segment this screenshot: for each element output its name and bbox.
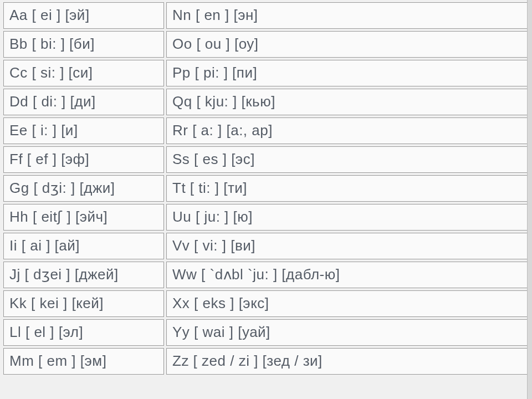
alphabet-cell: Yy [ wai ] [уай] bbox=[166, 319, 529, 346]
alphabet-cell: Uu [ ju: ] [ю] bbox=[166, 204, 529, 231]
alphabet-cell: Dd [ di: ] [ди] bbox=[3, 89, 164, 115]
alphabet-cell: Pp [ pi: ] [пи] bbox=[166, 60, 529, 86]
alphabet-cell: Ee [ i: ] [и] bbox=[3, 117, 164, 144]
alphabet-cell: Hh [ eitʃ ] [эйч] bbox=[3, 204, 164, 231]
alphabet-cell: Jj [ dʒei ] [джей] bbox=[3, 262, 164, 288]
alphabet-cell: Zz [ zed / zi ] [зед / зи] bbox=[166, 348, 529, 375]
alphabet-cell: Ww [ `dʌbl `ju: ] [дабл-ю] bbox=[166, 262, 529, 288]
alphabet-table: Aa [ ei ] [эй] Bb [ bi: ] [би] Cc [ si: … bbox=[0, 0, 532, 399]
alphabet-cell: Tt [ ti: ] [ти] bbox=[166, 175, 529, 202]
scrollbar-edge bbox=[527, 0, 532, 399]
alphabet-cell: Mm [ em ] [эм] bbox=[3, 348, 164, 375]
alphabet-cell: Qq [ kju: ] [кью] bbox=[166, 89, 529, 115]
alphabet-cell: Nn [ en ] [эн] bbox=[166, 2, 529, 29]
alphabet-cell: Ii [ ai ] [ай] bbox=[3, 233, 164, 259]
alphabet-cell: Bb [ bi: ] [би] bbox=[3, 31, 164, 58]
left-column: Aa [ ei ] [эй] Bb [ bi: ] [би] Cc [ si: … bbox=[3, 2, 164, 397]
alphabet-cell: Cc [ si: ] [си] bbox=[3, 60, 164, 86]
alphabet-table-wrapper: Aa [ ei ] [эй] Bb [ bi: ] [би] Cc [ si: … bbox=[0, 0, 532, 399]
alphabet-cell: Rr [ a: ] [а:, ар] bbox=[166, 117, 529, 144]
alphabet-cell: Ss [ es ] [эс] bbox=[166, 146, 529, 173]
alphabet-cell: Gg [ dʒi: ] [джи] bbox=[3, 175, 164, 202]
alphabet-cell: Vv [ vi: ] [ви] bbox=[166, 233, 529, 259]
alphabet-cell: Kk [ kei ] [кей] bbox=[3, 290, 164, 317]
alphabet-cell: Oo [ ou ] [оу] bbox=[166, 31, 529, 58]
alphabet-cell: Ll [ el ] [эл] bbox=[3, 319, 164, 346]
alphabet-cell: Xx [ eks ] [экс] bbox=[166, 290, 529, 317]
alphabet-cell: Aa [ ei ] [эй] bbox=[3, 2, 164, 29]
alphabet-cell: Ff [ ef ] [эф] bbox=[3, 146, 164, 173]
right-column: Nn [ en ] [эн] Oo [ ou ] [оу] Pp [ pi: ]… bbox=[166, 2, 529, 397]
